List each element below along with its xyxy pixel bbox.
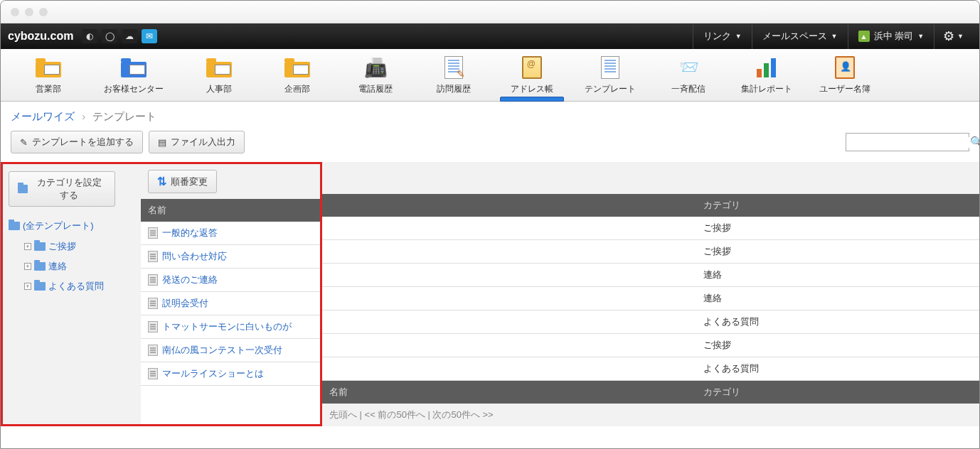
nav-item-3[interactable]: 企画部 [258, 50, 336, 101]
col-footer-name: 名前 [322, 381, 696, 404]
nav-label: 訪問履歴 [415, 83, 493, 95]
table-row: トマットサーモンに白いものが [141, 315, 320, 339]
nav-label: 企画部 [258, 83, 336, 95]
tree-root-all-templates[interactable]: (全テンプレート) [9, 215, 135, 237]
cell-name-ext [322, 217, 696, 239]
mail-icon[interactable]: ✉ [142, 29, 157, 43]
brand-logo[interactable]: cybozu.com [8, 30, 73, 43]
nav-label: テンプレート [571, 83, 649, 95]
search-box[interactable]: 🔍 [846, 133, 969, 151]
cell-name-ext [322, 310, 696, 333]
doc-pen-icon [440, 55, 468, 80]
cell-name[interactable]: トマットサーモンに白いものが [141, 315, 320, 338]
chevron-down-icon: ▼ [735, 33, 742, 40]
mail-folder-icon [119, 55, 148, 80]
tree-label: ご挨拶 [48, 240, 76, 253]
edit-icon: ✎ [20, 137, 28, 148]
nav-label: 一斉配信 [649, 83, 728, 95]
book-addr-icon [518, 55, 546, 80]
window-dot [39, 8, 48, 16]
tree-label: よくある質問 [48, 280, 104, 293]
window-dot [25, 8, 33, 16]
document-icon [148, 227, 158, 239]
expand-icon[interactable]: + [24, 263, 31, 270]
nav-item-5[interactable]: 訪問履歴 [415, 50, 493, 101]
globe-icon[interactable]: ◐ [82, 29, 97, 43]
cell-name[interactable]: 問い合わせ対応 [141, 245, 320, 268]
breadcrumb-root[interactable]: メールワイズ [11, 110, 75, 122]
col-header-name: 名前 [141, 199, 320, 222]
expand-icon[interactable]: + [24, 283, 31, 290]
bars-icon [752, 55, 781, 80]
folder-stack-icon [34, 242, 46, 251]
folder-stack-icon [18, 185, 28, 193]
cell-name[interactable]: 発送のご連絡 [141, 269, 320, 291]
table-row: 発送のご連絡 [141, 269, 320, 292]
search-input[interactable] [851, 137, 970, 148]
links-menu[interactable]: リンク▼ [693, 23, 752, 49]
search-icon[interactable]: 🔍 [970, 136, 980, 148]
file-icon: ▤ [158, 137, 166, 148]
nav-item-8[interactable]: 📨一斉配信 [649, 50, 728, 101]
table-row: よくある質問 [322, 310, 979, 334]
nav-item-9[interactable]: 集計レポート [728, 50, 806, 101]
cell-category: ご挨拶 [696, 334, 979, 357]
cell-category: ご挨拶 [696, 217, 979, 239]
reorder-button[interactable]: ⇅順番変更 [148, 170, 217, 193]
window-dot [11, 8, 19, 16]
nav-label: 集計レポート [728, 83, 806, 95]
table-row: 一般的な返答 [141, 222, 320, 245]
circle-icon[interactable]: ◯ [102, 29, 117, 43]
table-row: 南仏の風コンテスト一次受付 [141, 339, 320, 362]
tree-child-2[interactable]: +よくある質問 [9, 276, 135, 296]
nav-label: 電話履歴 [336, 83, 415, 95]
settings-gear-icon[interactable]: ⚙▼ [934, 23, 972, 49]
table-row: よくある質問 [322, 357, 979, 381]
cell-name[interactable]: マールライスショーとは [141, 362, 320, 385]
phone-icon: 📠 [361, 55, 390, 80]
table-row: 連絡 [322, 287, 979, 310]
cell-name[interactable]: 南仏の風コンテスト一次受付 [141, 339, 320, 362]
col-footer-category: カテゴリ [696, 381, 979, 404]
add-template-button[interactable]: ✎テンプレートを追加する [11, 131, 143, 153]
tree-child-1[interactable]: +連絡 [9, 256, 135, 276]
global-topbar: cybozu.com ◐ ◯ ☁ ✉ リンク▼ メールスペース▼ ▲浜中 崇司▼… [1, 23, 979, 49]
breadcrumb: メールワイズ › テンプレート [1, 102, 979, 131]
document-icon [148, 368, 158, 379]
nav-item-2[interactable]: 人事部 [180, 50, 258, 101]
chevron-down-icon: ▼ [917, 33, 924, 40]
nav-label: 人事部 [180, 83, 258, 95]
cell-category: 連絡 [696, 287, 979, 310]
nav-item-7[interactable]: テンプレート [571, 50, 649, 101]
document-icon [148, 321, 158, 332]
user-menu[interactable]: ▲浜中 崇司▼ [848, 23, 934, 49]
cell-category: ご挨拶 [696, 240, 979, 263]
cell-category: よくある質問 [696, 310, 979, 333]
table-header: 名前 [141, 199, 320, 222]
table-row: 問い合わせ対応 [141, 245, 320, 269]
chevron-down-icon: ▼ [831, 33, 838, 40]
nav-item-10[interactable]: ユーザー名簿 [806, 50, 884, 101]
cell-name[interactable]: 説明会受付 [141, 292, 320, 315]
mailspace-menu[interactable]: メールスペース▼ [752, 23, 848, 49]
file-io-button[interactable]: ▤ファイル入出力 [149, 131, 245, 153]
table-row: 説明会受付 [141, 292, 320, 315]
nav-item-4[interactable]: 📠電話履歴 [336, 50, 415, 101]
pagination[interactable]: 先頭へ | << 前の50件へ | 次の50件へ >> [322, 404, 979, 426]
category-sidebar: カテゴリを設定する (全テンプレート) +ご挨拶+連絡+よくある質問 [3, 164, 141, 424]
cloud-icon[interactable]: ☁ [122, 29, 137, 43]
cell-name-ext [322, 264, 696, 286]
page-toolbar: ✎テンプレートを追加する ▤ファイル入出力 🔍 [1, 131, 979, 162]
nav-item-0[interactable]: 営業部 [9, 50, 87, 101]
nav-item-1[interactable]: お客様センター [87, 50, 180, 101]
cell-name-ext [322, 287, 696, 310]
table-row: ご挨拶 [322, 217, 979, 240]
cell-name[interactable]: 一般的な返答 [141, 222, 320, 244]
document-icon [148, 251, 158, 262]
col-header-name-ext [322, 194, 696, 217]
tree-child-0[interactable]: +ご挨拶 [9, 237, 135, 256]
nav-item-6[interactable]: アドレス帳 [493, 50, 571, 101]
set-category-button[interactable]: カテゴリを設定する [9, 171, 115, 207]
col-header-category: カテゴリ [696, 194, 979, 217]
expand-icon[interactable]: + [24, 243, 31, 250]
